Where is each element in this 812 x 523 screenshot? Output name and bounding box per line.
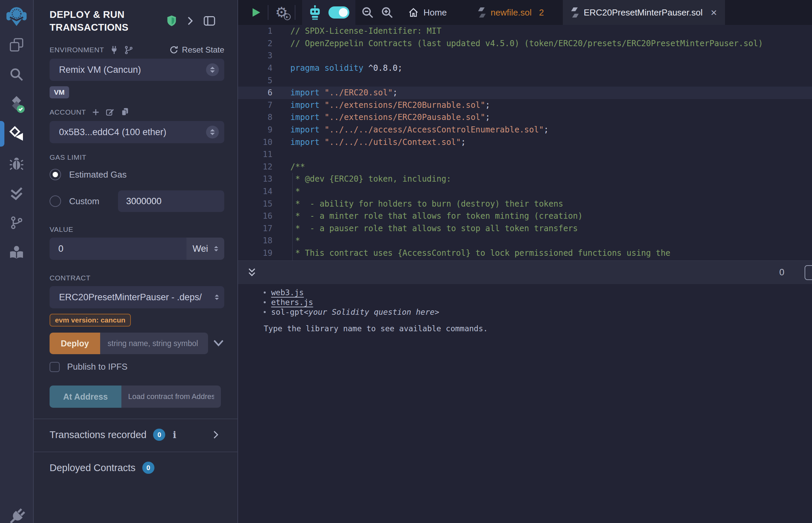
line-number: 19	[238, 248, 272, 258]
line-number: 5	[238, 76, 272, 85]
close-icon[interactable]: ×	[711, 7, 717, 18]
code-line: 5	[238, 74, 812, 87]
expand-constructor-icon[interactable]	[213, 339, 224, 348]
toolbar-divider	[295, 5, 295, 20]
script-config-icon[interactable]: ⚙ ▶	[275, 5, 288, 20]
solidity-file-icon	[571, 7, 579, 18]
terminal-header: 0	[238, 260, 812, 284]
line-number: 8	[238, 112, 272, 122]
sidebar-item-solidity-compiler[interactable]	[0, 90, 33, 118]
tab-erc20presetminterpauser[interactable]: ERC20PresetMinterPauser.sol ×	[563, 0, 725, 25]
value-unit-select[interactable]: Wei	[187, 238, 224, 260]
toolbar-divider	[268, 5, 268, 20]
bullet-icon	[264, 291, 266, 293]
gas-limit-label: GAS LIMIT	[50, 153, 86, 161]
tab-newfile-label: newfile.sol	[491, 7, 531, 18]
line-number: 14	[238, 187, 272, 196]
terminal-body[interactable]: web3.jsethers.jssol-gpt <your Solidity q…	[238, 284, 812, 523]
custom-gas-radio[interactable]	[50, 196, 61, 207]
expand-terminal-icon[interactable]	[247, 267, 257, 278]
publish-ipfs-checkbox[interactable]	[50, 362, 60, 372]
line-number: 4	[238, 64, 272, 73]
code-line: 4pragma solidity ^0.8.0;	[238, 62, 812, 74]
zoom-in-button[interactable]	[381, 6, 394, 19]
terminal-command-hint: <your Solidity question here>	[304, 308, 439, 317]
terminal-listen-count: 0	[779, 267, 784, 278]
code-line: 6import "../ERC20.sol";	[238, 87, 812, 99]
value-label: VALUE	[50, 226, 73, 234]
transactions-recorded-label: Transactions recorded	[50, 429, 146, 440]
terminal-command: sol-gpt	[271, 308, 304, 317]
estimated-gas-radio[interactable]	[50, 169, 61, 180]
terminal-library-link[interactable]: web3.js	[271, 288, 304, 297]
code-line: 12/**	[238, 161, 812, 173]
ai-copilot-toggle[interactable]	[329, 6, 349, 19]
solidity-compiler-icon	[8, 95, 25, 113]
at-address-button[interactable]: At Address	[50, 385, 121, 408]
add-account-icon[interactable]	[91, 108, 100, 116]
deployed-contracts-section[interactable]: Deployed Contracts 0	[50, 462, 224, 474]
vm-badge: VM	[50, 86, 69, 98]
tab-home[interactable]: Home	[399, 0, 456, 25]
sidebar-item-search[interactable]	[0, 61, 33, 88]
contract-select[interactable]: ERC20PresetMinterPauser - .deps/	[50, 286, 224, 308]
pin-panel-icon[interactable]	[203, 16, 215, 26]
terminal-list-item: web3.js	[264, 287, 812, 297]
solidity-file-icon	[478, 7, 486, 18]
at-address-input[interactable]	[121, 385, 221, 408]
sidebar-item-git[interactable]	[0, 209, 33, 237]
sidebar-item-deploy-and-run[interactable]	[0, 120, 33, 148]
account-value: 0x5B3...eddC4 (100 ether)	[59, 127, 206, 138]
expand-transactions-icon[interactable]	[212, 430, 219, 439]
publish-ipfs-label: Publish to IPFS	[67, 362, 127, 372]
constructor-args-input[interactable]	[100, 332, 208, 354]
line-number: 11	[238, 150, 272, 159]
bullet-icon	[264, 301, 266, 303]
toggle-knob	[339, 8, 348, 17]
evm-version-badge: evm version: cancun	[50, 314, 131, 327]
sidebar-item-file-explorer[interactable]	[0, 31, 33, 59]
reset-state-button[interactable]: Reset State	[169, 45, 224, 55]
transactions-count-badge: 0	[153, 429, 165, 441]
code-line: 1// SPDX-License-Identifier: MIT	[238, 25, 812, 37]
bullet-icon	[264, 311, 266, 313]
line-number: 9	[238, 125, 272, 134]
remix-ai-robot-icon[interactable]	[308, 5, 322, 20]
line-number: 1	[238, 26, 272, 36]
contract-label: CONTRACT	[50, 274, 90, 282]
git-branch-icon	[10, 216, 23, 230]
main-column: ⚙ ▶	[238, 0, 812, 523]
terminal-list-item: sol-gpt <your Solidity question here>	[264, 307, 812, 317]
terminal-library-link[interactable]: ethers.js	[271, 298, 313, 307]
copy-account-icon[interactable]	[120, 107, 129, 117]
info-icon[interactable]: i	[173, 430, 176, 440]
terminal-search-box[interactable]	[805, 265, 812, 280]
environment-select[interactable]: Remix VM (Cancun)	[50, 59, 224, 81]
zoom-out-button[interactable]	[361, 6, 374, 19]
code-editor[interactable]: 1// SPDX-License-Identifier: MIT2// Open…	[238, 25, 812, 260]
value-input[interactable]	[50, 238, 187, 260]
sidebar-item-learneth[interactable]	[0, 239, 33, 266]
double-check-icon	[9, 185, 24, 201]
plug-icon	[7, 507, 26, 523]
chevron-right-icon[interactable]	[186, 16, 195, 26]
transactions-recorded-section[interactable]: Transactions recorded 0 i	[50, 429, 224, 441]
account-select[interactable]: 0x5B3...eddC4 (100 ether)	[50, 121, 224, 143]
line-number: 6	[238, 88, 272, 97]
tab-newfile[interactable]: newfile.sol 2	[469, 0, 553, 25]
remix-logo	[5, 3, 28, 29]
sign-message-icon[interactable]	[106, 108, 115, 117]
sidebar-item-debugger[interactable]	[0, 150, 33, 177]
sidebar-item-unit-testing[interactable]	[0, 179, 33, 207]
value-unit-label: Wei	[193, 244, 208, 254]
run-script-button[interactable]	[251, 7, 261, 18]
deploy-and-run-icon	[8, 126, 24, 142]
gear-play-icon: ▶	[284, 14, 291, 20]
custom-gas-input[interactable]	[118, 191, 224, 212]
sidebar-item-plugin-manager[interactable]	[7, 507, 26, 523]
deploy-button[interactable]: Deploy	[50, 332, 100, 354]
plug-connect-icon[interactable]	[110, 46, 119, 55]
estimated-gas-label: Estimated Gas	[69, 169, 127, 180]
fork-environment-icon[interactable]	[124, 46, 133, 55]
ai-assistant-group	[302, 0, 355, 25]
